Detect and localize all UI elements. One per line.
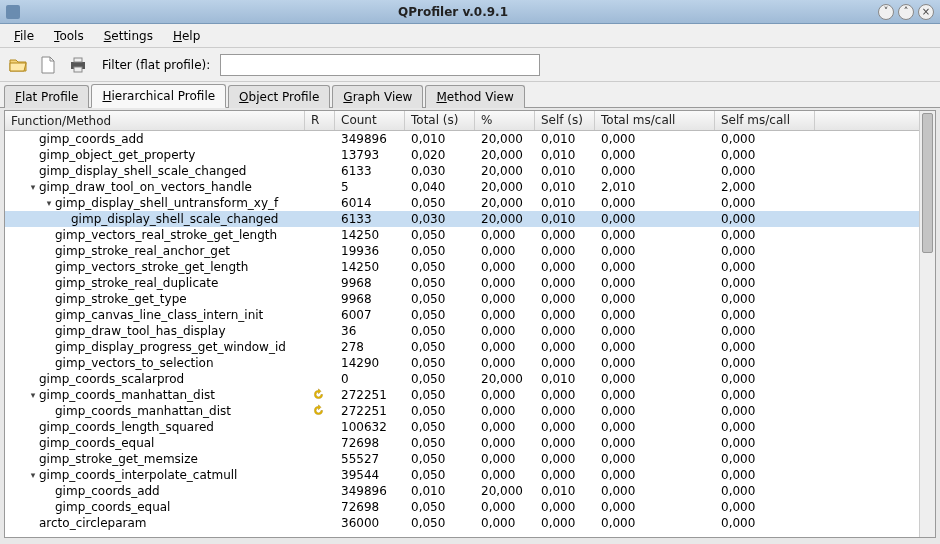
cell-tmsc: 0,000 (595, 323, 715, 339)
cell-smsc: 0,000 (715, 307, 815, 323)
cell-pct: 20,000 (475, 179, 535, 195)
cell-tmsc: 0,000 (595, 339, 715, 355)
collapse-icon[interactable]: ▾ (27, 467, 39, 483)
function-name: gimp_coords_manhattan_dist (55, 403, 231, 419)
cell-pct: 0,000 (475, 387, 535, 403)
cell-self: 0,000 (535, 403, 595, 419)
table-row[interactable]: gimp_vectors_to_selection142900,0500,000… (5, 355, 919, 371)
cell-tmsc: 0,000 (595, 371, 715, 387)
table-row[interactable]: gimp_vectors_real_stroke_get_length14250… (5, 227, 919, 243)
cell-smsc: 0,000 (715, 467, 815, 483)
menu-help[interactable]: Help (163, 26, 210, 46)
cell-total: 0,050 (405, 291, 475, 307)
column-header-count[interactable]: Count (335, 111, 405, 130)
table-row[interactable]: gimp_stroke_real_duplicate99680,0500,000… (5, 275, 919, 291)
collapse-icon[interactable]: ▾ (43, 195, 55, 211)
titlebar: QProfiler v.0.9.1 ˅ ˄ × (0, 0, 940, 24)
cell-self: 0,000 (535, 323, 595, 339)
cell-total: 0,050 (405, 403, 475, 419)
filter-input[interactable] (220, 54, 540, 76)
cell-count: 349896 (335, 131, 405, 147)
column-header-r[interactable]: R (305, 111, 335, 130)
function-name: gimp_stroke_real_duplicate (55, 275, 218, 291)
cell-self: 0,000 (535, 419, 595, 435)
close-button[interactable]: × (918, 4, 934, 20)
cell-smsc: 0,000 (715, 419, 815, 435)
function-name: gimp_object_get_property (39, 147, 195, 163)
table-row[interactable]: gimp_display_progress_get_window_id2780,… (5, 339, 919, 355)
cell-self: 0,010 (535, 131, 595, 147)
cell-smsc: 0,000 (715, 483, 815, 499)
cell-function: gimp_coords_equal (5, 435, 305, 451)
table-row[interactable]: gimp_vectors_stroke_get_length142500,050… (5, 259, 919, 275)
minimize-button[interactable]: ˅ (878, 4, 894, 20)
table-row[interactable]: gimp_stroke_real_anchor_get199360,0500,0… (5, 243, 919, 259)
table-row[interactable]: arcto_circleparam360000,0500,0000,0000,0… (5, 515, 919, 531)
cell-total: 0,050 (405, 243, 475, 259)
maximize-button[interactable]: ˄ (898, 4, 914, 20)
table-row[interactable]: gimp_coords_equal726980,0500,0000,0000,0… (5, 435, 919, 451)
cell-function: gimp_coords_add (5, 131, 305, 147)
table-row[interactable]: gimp_draw_tool_has_display360,0500,0000,… (5, 323, 919, 339)
tab-method-view[interactable]: Method View (425, 85, 524, 108)
collapse-icon[interactable]: ▾ (27, 387, 39, 403)
cell-recursion (305, 355, 335, 371)
column-header-tmsc[interactable]: Total ms/call (595, 111, 715, 130)
cell-recursion (305, 419, 335, 435)
table-body: gimp_coords_add3498960,01020,0000,0100,0… (5, 131, 919, 531)
cell-tmsc: 2,010 (595, 179, 715, 195)
cell-function: gimp_vectors_stroke_get_length (5, 259, 305, 275)
column-header-fn[interactable]: Function/Method (5, 111, 305, 130)
table-row[interactable]: gimp_coords_scalarprod00,05020,0000,0100… (5, 371, 919, 387)
column-header-self[interactable]: Self (s) (535, 111, 595, 130)
menu-settings[interactable]: Settings (94, 26, 163, 46)
vertical-scrollbar[interactable] (919, 111, 935, 537)
collapse-icon[interactable]: ▾ (27, 179, 39, 195)
cell-count: 5 (335, 179, 405, 195)
cell-recursion (305, 451, 335, 467)
column-header-pct[interactable]: % (475, 111, 535, 130)
table-row[interactable]: gimp_display_shell_scale_changed61330,03… (5, 211, 919, 227)
cell-tmsc: 0,000 (595, 515, 715, 531)
cell-count: 6014 (335, 195, 405, 211)
tab-graph-view[interactable]: Graph View (332, 85, 423, 108)
table-row[interactable]: gimp_stroke_get_memsize555270,0500,0000,… (5, 451, 919, 467)
function-name: gimp_coords_length_squared (39, 419, 214, 435)
new-document-icon[interactable] (36, 53, 60, 77)
table-row[interactable]: gimp_coords_add3498960,01020,0000,0100,0… (5, 131, 919, 147)
tab-object-profile[interactable]: Object Profile (228, 85, 330, 108)
table-row[interactable]: gimp_canvas_line_class_intern_init60070,… (5, 307, 919, 323)
tab-flat-profile[interactable]: Flat Profile (4, 85, 89, 108)
table-row[interactable]: gimp_coords_equal726980,0500,0000,0000,0… (5, 499, 919, 515)
scrollbar-thumb[interactable] (922, 113, 933, 253)
cell-total: 0,050 (405, 371, 475, 387)
table-row[interactable]: gimp_display_shell_scale_changed61330,03… (5, 163, 919, 179)
column-header-smsc[interactable]: Self ms/call (715, 111, 815, 130)
cell-count: 6007 (335, 307, 405, 323)
menu-file[interactable]: File (4, 26, 44, 46)
function-name: gimp_vectors_real_stroke_get_length (55, 227, 277, 243)
table-row[interactable]: ▾gimp_display_shell_untransform_xy_f6014… (5, 195, 919, 211)
table-row[interactable]: gimp_coords_manhattan_dist2722510,0500,0… (5, 403, 919, 419)
tab-hierarchical-profile[interactable]: Hierarchical Profile (91, 84, 226, 108)
table-row[interactable]: gimp_coords_length_squared1006320,0500,0… (5, 419, 919, 435)
cell-self: 0,000 (535, 339, 595, 355)
menu-tools[interactable]: Tools (44, 26, 94, 46)
table-row[interactable]: gimp_object_get_property137930,02020,000… (5, 147, 919, 163)
table-row[interactable]: ▾gimp_draw_tool_on_vectors_handle50,0402… (5, 179, 919, 195)
table-row[interactable]: gimp_coords_add3498960,01020,0000,0100,0… (5, 483, 919, 499)
cell-total: 0,050 (405, 355, 475, 371)
table-row[interactable]: ▾gimp_coords_manhattan_dist2722510,0500,… (5, 387, 919, 403)
cell-pct: 0,000 (475, 355, 535, 371)
cell-self: 0,010 (535, 483, 595, 499)
column-header-total[interactable]: Total (s) (405, 111, 475, 130)
cell-recursion (305, 323, 335, 339)
cell-tmsc: 0,000 (595, 211, 715, 227)
cell-self: 0,000 (535, 355, 595, 371)
table-row[interactable]: gimp_stroke_get_type99680,0500,0000,0000… (5, 291, 919, 307)
cell-recursion (305, 499, 335, 515)
table-row[interactable]: ▾gimp_coords_interpolate_catmull395440,0… (5, 467, 919, 483)
open-icon[interactable] (6, 53, 30, 77)
cell-recursion (305, 259, 335, 275)
print-icon[interactable] (66, 53, 90, 77)
